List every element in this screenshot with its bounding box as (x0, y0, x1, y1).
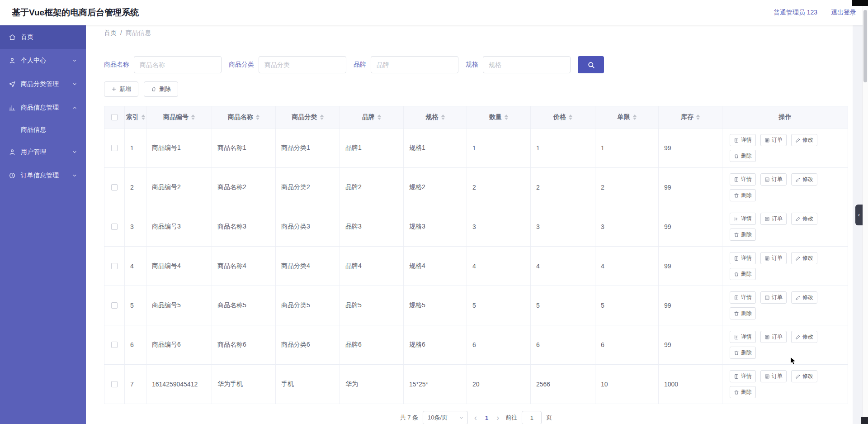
sidebar-item-home[interactable]: 首页 (0, 25, 86, 49)
sort-icon[interactable] (142, 114, 145, 120)
cell-spec: 规格4 (404, 247, 467, 286)
row-delete-button[interactable]: 删除 (730, 150, 756, 162)
sort-icon[interactable] (505, 114, 508, 120)
row-checkbox[interactable] (111, 224, 118, 230)
header-cell-quantity[interactable]: 数量 (467, 106, 531, 128)
row-delete-button[interactable]: 删除 (730, 229, 756, 241)
header-cell-category[interactable]: 商品分类 (276, 106, 340, 128)
next-page-button[interactable]: › (495, 414, 501, 422)
cell-spec: 规格5 (404, 286, 467, 325)
row-edit-button[interactable]: 修改 (791, 213, 817, 225)
current-page[interactable]: 1 (483, 414, 490, 421)
row-order-button[interactable]: 订单 (760, 370, 787, 382)
header-cell-code[interactable]: 商品编号 (146, 106, 212, 128)
row-order-button[interactable]: 订单 (760, 291, 787, 304)
search-button[interactable] (578, 56, 604, 73)
scrollbar-thumb[interactable] (863, 10, 867, 82)
row-action-label: 删除 (741, 388, 752, 396)
prev-page-button[interactable]: ‹ (472, 414, 479, 422)
header-cell-limit[interactable]: 单限 (595, 106, 659, 128)
filter-input-category[interactable] (259, 56, 346, 73)
header-cell-index[interactable]: 索引 (125, 106, 146, 128)
row-edit-button[interactable]: 修改 (791, 331, 817, 343)
header-cell-price[interactable]: 价格 (531, 106, 595, 128)
row-checkbox[interactable] (111, 263, 118, 269)
row-order-button[interactable]: 订单 (760, 331, 787, 343)
sort-icon[interactable] (569, 114, 572, 120)
filter-label-spec: 规格 (466, 61, 478, 69)
header-cell-brand[interactable]: 品牌 (340, 106, 404, 128)
row-delete-button[interactable]: 删除 (730, 189, 756, 201)
chevron-down-icon (71, 149, 78, 155)
table-row: 1商品编号1商品名称1商品分类1品牌1规格111199详情订单修改删除 (104, 128, 848, 167)
row-delete-button[interactable]: 删除 (730, 386, 756, 398)
filter-input-brand[interactable] (371, 56, 458, 73)
header-cell-stock[interactable]: 库存 (659, 106, 722, 128)
sort-icon[interactable] (441, 114, 445, 120)
sidebar-item-order-manage[interactable]: 订单信息管理 (0, 164, 86, 187)
cell-quantity: 20 (467, 365, 531, 404)
delete-button[interactable]: 删除 (144, 81, 178, 97)
row-order-button[interactable]: 订单 (760, 213, 787, 225)
row-action-label: 删除 (741, 231, 752, 238)
row-detail-button[interactable]: 详情 (730, 291, 756, 304)
cell-name: 商品名称2 (212, 168, 276, 207)
edit-icon (795, 256, 801, 261)
select-all-checkbox[interactable] (111, 114, 118, 120)
sidebar-item-profile[interactable]: 个人中心 (0, 49, 86, 72)
sort-icon[interactable] (377, 114, 381, 120)
row-edit-button[interactable]: 修改 (791, 173, 817, 186)
sidebar-subitem-product-info[interactable]: 商品信息 (0, 119, 86, 140)
row-checkbox[interactable] (111, 145, 118, 151)
row-action-label: 修改 (802, 333, 813, 341)
row-detail-button[interactable]: 详情 (730, 213, 756, 225)
cell-name: 商品名称4 (212, 247, 276, 286)
page-size-select[interactable]: 10条/页 (423, 411, 468, 424)
order-doc-icon (764, 138, 770, 143)
sort-icon[interactable] (256, 114, 259, 120)
row-order-button[interactable]: 订单 (760, 252, 787, 264)
main-content: 首页 / 商品信息 商品名称商品分类品牌规格 (86, 25, 853, 424)
row-delete-button[interactable]: 删除 (730, 307, 756, 319)
row-detail-button[interactable]: 详情 (730, 252, 756, 264)
row-edit-button[interactable]: 修改 (791, 291, 817, 304)
row-checkbox[interactable] (111, 302, 118, 309)
filter-input-name[interactable] (134, 56, 222, 73)
add-button[interactable]: 新增 (104, 81, 138, 97)
sidebar-item-product-manage[interactable]: 商品信息管理 (0, 96, 86, 119)
breadcrumb-home[interactable]: 首页 (104, 29, 117, 37)
row-detail-button[interactable]: 详情 (730, 173, 756, 186)
sidebar-item-category-manage[interactable]: 商品分类管理 (0, 72, 86, 96)
edit-icon (795, 177, 801, 182)
row-checkbox[interactable] (111, 381, 118, 387)
chevron-left-icon: ‹ (858, 212, 860, 218)
row-order-button[interactable]: 订单 (760, 173, 787, 186)
sort-icon[interactable] (696, 114, 700, 120)
row-delete-button[interactable]: 删除 (730, 268, 756, 280)
row-edit-button[interactable]: 修改 (791, 370, 817, 382)
row-detail-button[interactable]: 详情 (730, 331, 756, 343)
row-order-button[interactable]: 订单 (760, 134, 787, 146)
logout-link[interactable]: 退出登录 (831, 9, 856, 17)
row-edit-button[interactable]: 修改 (791, 252, 817, 264)
row-delete-button[interactable]: 删除 (730, 347, 756, 359)
row-edit-button[interactable]: 修改 (791, 134, 817, 146)
goto-page-input[interactable] (522, 411, 542, 424)
row-detail-button[interactable]: 详情 (730, 134, 756, 146)
row-detail-button[interactable]: 详情 (730, 370, 756, 382)
sort-icon[interactable] (320, 114, 324, 120)
row-checkbox[interactable] (111, 184, 118, 191)
sort-icon[interactable] (633, 114, 637, 120)
column-label: 索引 (126, 113, 139, 121)
page-scrollbar[interactable] (863, 0, 868, 424)
header-cell-name[interactable]: 商品名称 (212, 106, 276, 128)
table-row: 5商品编号5商品名称5商品分类5品牌5规格555599详情订单修改删除 (104, 286, 848, 325)
cell-name: 商品名称1 (212, 129, 276, 167)
trash-icon (734, 311, 739, 316)
sidebar-item-user-manage[interactable]: 用户管理 (0, 140, 86, 164)
row-checkbox[interactable] (111, 342, 118, 348)
collapse-panel-tab[interactable]: ‹ (855, 205, 863, 225)
sort-icon[interactable] (191, 114, 195, 120)
header-cell-spec[interactable]: 规格 (404, 106, 467, 128)
filter-input-spec[interactable] (483, 56, 571, 73)
